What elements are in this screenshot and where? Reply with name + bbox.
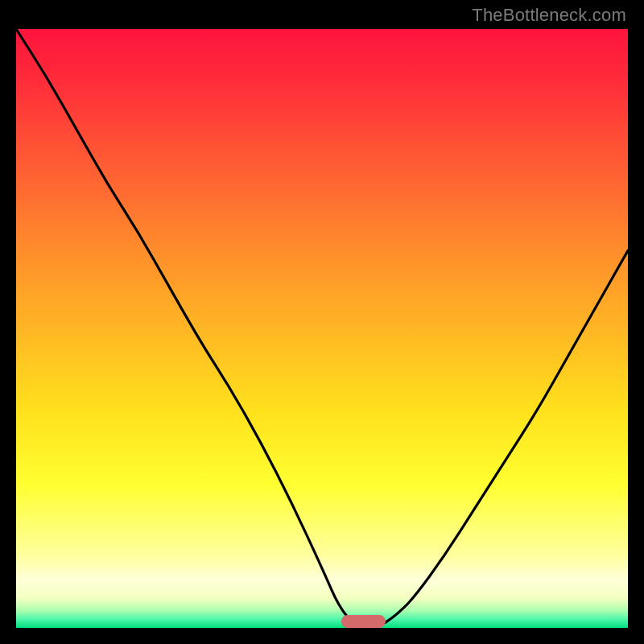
x-axis-border	[16, 628, 628, 630]
target-marker	[341, 615, 386, 628]
chart-frame: TheBottleneck.com	[0, 0, 644, 644]
watermark-text: TheBottleneck.com	[472, 5, 626, 26]
bottleneck-curve	[16, 29, 628, 628]
curve-layer	[16, 29, 628, 628]
